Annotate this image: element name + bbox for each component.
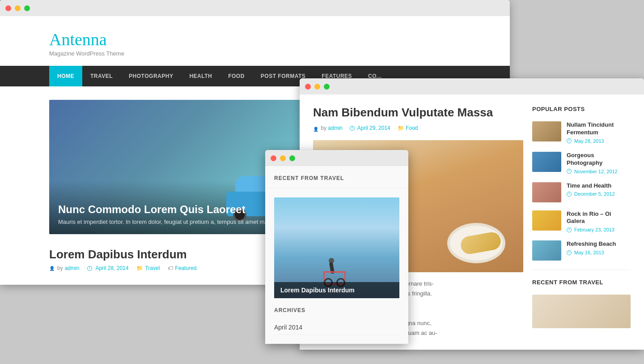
close-button-1[interactable] — [5, 5, 11, 11]
article-title[interactable]: Nam Bibendum Vulputate Massa — [313, 106, 523, 120]
category-name[interactable]: Travel — [145, 265, 160, 271]
minimize-button-1[interactable] — [15, 5, 21, 11]
popular-post-4[interactable]: Rock in Rio – Oi Galera February 23, 201… — [532, 210, 631, 233]
pp-title-4: Rock in Rio – Oi Galera — [567, 210, 631, 226]
site-title[interactable]: Antenna — [49, 30, 461, 49]
cyclist-illustration — [323, 249, 350, 285]
pp-thumb-2 — [532, 152, 561, 172]
article-category-name: Food — [406, 125, 418, 131]
pp-info-4: Rock in Rio – Oi Galera February 23, 201… — [567, 210, 631, 233]
nav-health[interactable]: HEALTH — [181, 66, 220, 86]
pp-clock-5 — [567, 250, 572, 255]
article-author: by admin — [313, 125, 343, 131]
maximize-button-2[interactable] — [324, 84, 330, 90]
travel-post-title[interactable]: Lorem Dapibus Interdum — [280, 287, 355, 294]
nav-food[interactable]: FOOD — [220, 66, 253, 86]
window-travel: RECENT FROM TRAVEL Lorem Dapibus Interdu… — [265, 150, 408, 344]
article-date: April 29, 2014 — [350, 125, 390, 131]
pp-thumb-4 — [532, 210, 561, 231]
article-author-name: admin — [328, 125, 343, 131]
recent-travel-title: RECENT FROM TRAVEL — [532, 279, 631, 286]
popular-post-2[interactable]: Gorgeous Photography November 12, 2012 — [532, 152, 631, 174]
maximize-button-3[interactable] — [289, 155, 295, 161]
post-category: 📁 Travel — [136, 265, 160, 271]
tag-name[interactable]: Featured — [175, 265, 196, 271]
pp-clock-3 — [567, 192, 572, 197]
pp-date-4: February 23, 2013 — [567, 227, 631, 232]
minimize-button-3[interactable] — [280, 155, 286, 161]
article-meta: by admin April 29, 2014 📁 Food — [313, 125, 523, 131]
titlebar-1 — [0, 0, 510, 16]
pp-info-5: Refreshing Beach May 16, 2013 — [567, 240, 616, 255]
pp-title-3: Time and Health — [567, 182, 615, 190]
travel-image-container: Lorem Dapibus Interdum — [274, 197, 399, 298]
post-date: April 28, 2014 — [87, 265, 128, 271]
post-author: by admin — [49, 265, 79, 271]
pp-clock-2 — [567, 169, 572, 174]
article-date-icon — [350, 126, 355, 131]
recent-travel-section-title: RECENT FROM TRAVEL — [265, 166, 408, 188]
sidebar-divider — [532, 270, 631, 270]
pp-title-5: Refreshing Beach — [567, 240, 616, 248]
travel-post-caption: Lorem Dapibus Interdum — [274, 282, 399, 298]
archives-title: ARCHIVES — [274, 307, 399, 313]
article-sidebar: POPULAR POSTS Nullam Tincidunt Fermentum… — [532, 106, 631, 338]
maximize-button-1[interactable] — [24, 5, 30, 11]
pp-date-2: November 12, 2012 — [567, 169, 631, 174]
archive-item-april-2014[interactable]: April 2014 — [274, 320, 399, 335]
author-icon — [49, 266, 54, 271]
close-button-3[interactable] — [271, 155, 276, 161]
pp-title-1: Nullam Tincidunt Fermentum — [567, 121, 631, 137]
site-tagline: Magazine WordPress Theme — [49, 50, 461, 57]
recent-travel-thumbnail — [532, 295, 631, 328]
pp-info-1: Nullam Tincidunt Fermentum May 28, 2013 — [567, 121, 631, 144]
popular-post-3[interactable]: Time and Health December 5, 2012 — [532, 182, 631, 202]
nav-home[interactable]: HOME — [49, 66, 82, 86]
author-name[interactable]: admin — [65, 265, 80, 271]
pp-info-2: Gorgeous Photography November 12, 2012 — [567, 152, 631, 174]
article-author-icon — [313, 126, 318, 131]
pp-thumb-3 — [532, 182, 561, 202]
popular-post-5[interactable]: Refreshing Beach May 16, 2013 — [532, 240, 631, 261]
popular-post-1[interactable]: Nullam Tincidunt Fermentum May 28, 2013 — [532, 121, 631, 144]
popular-posts-title: POPULAR POSTS — [532, 106, 631, 112]
titlebar-2 — [300, 78, 644, 94]
nav-travel[interactable]: TRAVEL — [82, 66, 121, 86]
titlebar-3 — [265, 150, 408, 166]
site-header: Antenna Magazine WordPress Theme — [0, 16, 510, 66]
article-category: 📁 Food — [398, 125, 418, 131]
minimize-button-2[interactable] — [314, 84, 320, 90]
article-date-text: April 29, 2014 — [357, 125, 390, 131]
post-tag: 🏷 Featured — [168, 265, 196, 271]
pp-thumb-1 — [532, 121, 561, 141]
pp-thumb-5 — [532, 240, 561, 261]
pp-date-3: December 5, 2012 — [567, 191, 615, 197]
nav-photography[interactable]: PHOTOGRAPHY — [121, 66, 181, 86]
pp-title-2: Gorgeous Photography — [567, 152, 631, 167]
archives-section: ARCHIVES April 2014 — [265, 298, 408, 344]
pp-info-3: Time and Health December 5, 2012 — [567, 182, 615, 197]
pp-date-5: May 16, 2013 — [567, 250, 616, 255]
close-button-2[interactable] — [305, 84, 311, 90]
pp-clock-1 — [567, 138, 572, 143]
date-icon — [87, 266, 92, 271]
post-date-text: April 28, 2014 — [95, 265, 128, 271]
pp-clock-4 — [567, 227, 572, 232]
pp-date-1: May 28, 2013 — [567, 138, 631, 144]
